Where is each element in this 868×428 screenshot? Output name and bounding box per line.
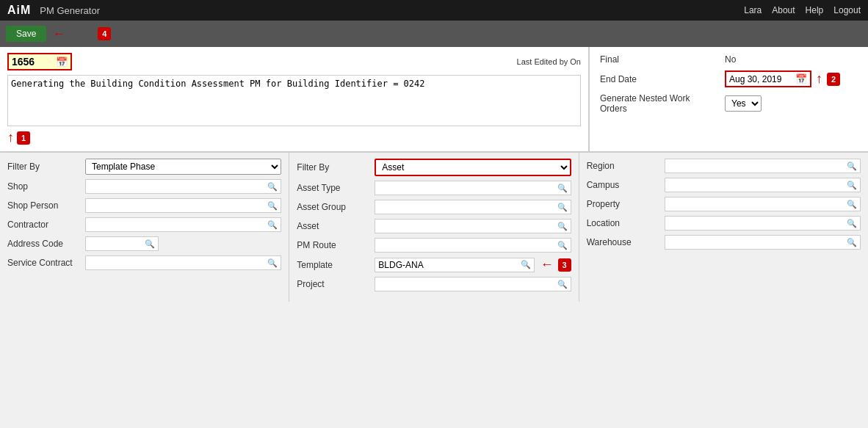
badge-1: 1 xyxy=(17,131,30,145)
toolbar: Save ← 4 xyxy=(0,21,868,47)
asset-input[interactable] xyxy=(378,221,557,231)
address-code-input[interactable] xyxy=(89,239,145,249)
region-input-wrap: 🔍 xyxy=(665,159,861,173)
contractor-label: Contractor xyxy=(7,220,81,230)
end-date-row: End Date 📅 ↑ 2 xyxy=(600,70,858,87)
description-section: ↑ 1 xyxy=(7,75,581,145)
nested-wo-row: Generate Nested Work Orders Yes No xyxy=(600,93,858,114)
service-contract-search-icon[interactable]: 🔍 xyxy=(267,258,278,268)
contractor-input[interactable] xyxy=(89,220,267,230)
service-contract-input[interactable] xyxy=(89,258,267,268)
aim-logo: AiM xyxy=(7,4,31,17)
contractor-input-wrap: 🔍 xyxy=(85,217,281,232)
pm-route-label: PM Route xyxy=(297,240,370,250)
nested-wo-select[interactable]: Yes No xyxy=(725,95,762,112)
service-contract-row: Service Contract 🔍 xyxy=(7,255,281,270)
nav-links: Lara About Help Logout xyxy=(744,5,861,15)
location-row: Location 🔍 xyxy=(587,216,861,231)
address-code-label: Address Code xyxy=(7,239,81,249)
last-edited-text: Last Edited by On xyxy=(517,57,581,66)
nav-about[interactable]: About xyxy=(772,5,795,15)
badge-2: 2 xyxy=(827,73,840,86)
asset-type-input-wrap: 🔍 xyxy=(375,181,571,195)
template-input[interactable] xyxy=(378,260,520,270)
filter-by-select-middle[interactable]: Asset Other xyxy=(375,159,571,176)
end-date-wrap: 📅 xyxy=(725,70,811,87)
project-input[interactable] xyxy=(378,279,557,289)
shop-person-input-wrap: 🔍 xyxy=(85,198,281,213)
nav-user: Lara xyxy=(744,5,762,15)
asset-type-label: Asset Type xyxy=(297,183,370,193)
end-date-label: End Date xyxy=(600,74,717,84)
shop-label: Shop xyxy=(7,181,81,192)
shop-input-wrap: 🔍 xyxy=(85,179,281,194)
filter-by-row-left: Filter By Template Phase Other xyxy=(7,159,281,175)
location-search-icon[interactable]: 🔍 xyxy=(847,219,857,228)
project-row: Project 🔍 xyxy=(297,277,571,291)
region-input[interactable] xyxy=(668,161,847,171)
id-row: 📅 Last Edited by On xyxy=(7,53,581,70)
address-code-input-wrap: 🔍 xyxy=(85,236,159,251)
filter-col-middle: Filter By Asset Other Asset Type 🔍 Asset… xyxy=(289,153,579,302)
shop-search-icon[interactable]: 🔍 xyxy=(267,182,278,192)
project-input-wrap: 🔍 xyxy=(375,277,571,291)
template-search-icon[interactable]: 🔍 xyxy=(521,260,531,269)
annot3-arrow: ← xyxy=(540,257,554,272)
filter-by-label-middle: Filter By xyxy=(297,162,370,173)
asset-type-row: Asset Type 🔍 xyxy=(297,181,571,195)
final-row: Final No xyxy=(600,54,858,65)
pm-route-input-wrap: 🔍 xyxy=(375,238,571,253)
project-label: Project xyxy=(297,279,370,289)
location-input[interactable] xyxy=(668,218,847,228)
nav-logout[interactable]: Logout xyxy=(833,5,861,15)
shop-input[interactable] xyxy=(89,181,267,192)
campus-input-wrap: 🔍 xyxy=(665,178,861,192)
filter-by-select-left[interactable]: Template Phase Other xyxy=(85,159,281,175)
asset-group-input[interactable] xyxy=(378,202,557,212)
asset-input-wrap: 🔍 xyxy=(375,219,571,233)
end-date-input-group: 📅 ↑ 2 xyxy=(725,70,840,87)
nav-help[interactable]: Help xyxy=(806,5,824,15)
contractor-search-icon[interactable]: 🔍 xyxy=(267,220,278,230)
end-date-input[interactable] xyxy=(729,74,795,84)
asset-group-search-icon[interactable]: 🔍 xyxy=(557,203,568,212)
final-value: No xyxy=(725,54,736,65)
warehouse-input[interactable] xyxy=(668,237,847,247)
shop-row: Shop 🔍 xyxy=(7,179,281,194)
id-calendar-icon[interactable]: 📅 xyxy=(56,57,68,68)
save-button[interactable]: Save xyxy=(6,26,46,42)
contractor-row: Contractor 🔍 xyxy=(7,217,281,232)
property-label: Property xyxy=(587,199,660,209)
filter-by-row-middle: Filter By Asset Other xyxy=(297,159,571,176)
shop-person-input[interactable] xyxy=(89,200,267,211)
id-input[interactable] xyxy=(12,56,56,68)
template-input-wrap: 🔍 xyxy=(375,258,534,272)
service-contract-label: Service Contract xyxy=(7,258,81,268)
region-search-icon[interactable]: 🔍 xyxy=(847,162,857,171)
asset-search-icon[interactable]: 🔍 xyxy=(557,222,568,231)
app-title: PM Generator xyxy=(40,5,744,16)
project-search-icon[interactable]: 🔍 xyxy=(557,280,568,289)
address-code-search-icon[interactable]: 🔍 xyxy=(145,239,155,249)
location-label: Location xyxy=(587,218,660,228)
location-input-wrap: 🔍 xyxy=(665,216,861,231)
region-row: Region 🔍 xyxy=(587,159,861,173)
campus-search-icon[interactable]: 🔍 xyxy=(847,181,857,190)
asset-type-search-icon[interactable]: 🔍 xyxy=(557,184,568,193)
shop-person-search-icon[interactable]: 🔍 xyxy=(267,201,278,211)
property-search-icon[interactable]: 🔍 xyxy=(847,200,857,209)
pm-route-search-icon[interactable]: 🔍 xyxy=(557,241,568,250)
warehouse-label: Warehouse xyxy=(587,237,660,247)
pm-route-input[interactable] xyxy=(378,240,557,250)
region-label: Region xyxy=(587,161,660,171)
end-date-calendar-icon[interactable]: 📅 xyxy=(795,73,807,84)
campus-input[interactable] xyxy=(668,180,847,190)
property-input[interactable] xyxy=(668,199,847,209)
top-navigation: AiM PM Generator Lara About Help Logout xyxy=(0,0,868,21)
description-textarea[interactable] xyxy=(7,75,581,126)
template-label: Template xyxy=(297,260,370,270)
asset-type-input[interactable] xyxy=(378,183,557,193)
final-label: Final xyxy=(600,54,717,65)
annot-1-row: ↑ 1 xyxy=(7,130,581,145)
warehouse-search-icon[interactable]: 🔍 xyxy=(847,238,857,247)
